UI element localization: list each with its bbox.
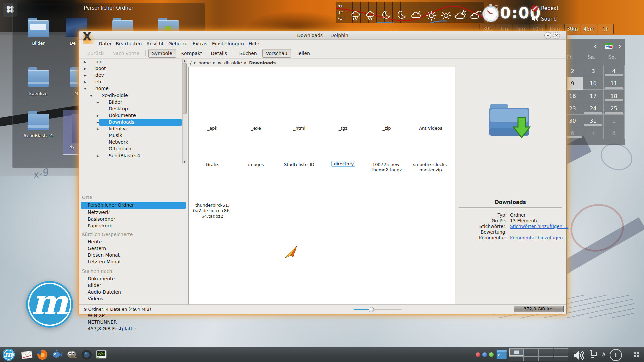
- place-diesen-monat[interactable]: Diesen Monat: [88, 252, 120, 258]
- quicklaunch-grid-icon[interactable]: [634, 352, 639, 357]
- place-persoenlicher-ordner[interactable]: Persönlicher Ordner: [88, 202, 134, 208]
- timer-preset-button[interactable]: 1h: [598, 24, 614, 34]
- file-item[interactable]: _html: [279, 126, 320, 131]
- desktop-cell-8[interactable]: [554, 356, 568, 361]
- calendar-day[interactable]: 18: [604, 90, 625, 102]
- timer-preset-button[interactable]: 30m: [564, 24, 580, 34]
- calendar-day[interactable]: 8: [604, 127, 625, 139]
- timer-preset-button[interactable]: 45m: [581, 24, 597, 34]
- menu-bearbeiten[interactable]: Bearbeiten: [113, 40, 144, 47]
- file-item[interactable]: thunderbird-51. 0a2.de.linux-x86_ 64.tar…: [192, 203, 233, 219]
- repeat-off-icon[interactable]: [531, 5, 538, 12]
- forward-button[interactable]: Nach vorne: [109, 49, 143, 57]
- search-videos[interactable]: Videos: [88, 296, 103, 301]
- sound-icon[interactable]: [531, 15, 538, 23]
- status-dot-blue-icon[interactable]: [482, 352, 487, 357]
- file-item[interactable]: smoothx-clocks- master.zip: [410, 162, 451, 173]
- file-item[interactable]: Ant Videos: [410, 126, 451, 131]
- window-titlebar[interactable]: Downloads — Dolphin ×: [79, 31, 566, 40]
- folder-icon[interactable]: [28, 20, 49, 37]
- scroll-down-icon[interactable]: ▼: [183, 160, 186, 163]
- weather-widget[interactable]: 3° 1° -1°: [336, 2, 484, 23]
- window-shade-button[interactable]: [544, 32, 551, 39]
- firefox-launcher-icon[interactable]: [36, 349, 48, 361]
- breadcrumb-user[interactable]: xc-dh-oldie: [218, 60, 242, 65]
- repeat-label[interactable]: Repeat: [541, 5, 559, 11]
- desktop-icon-label[interactable]: Bilder: [25, 41, 52, 46]
- details-view-button[interactable]: Details: [207, 49, 230, 57]
- expand-arrow-icon[interactable]: ▶: [97, 127, 99, 131]
- desktop-icon-label[interactable]: SendBlaster4: [19, 133, 57, 138]
- search-button[interactable]: Suchen: [236, 49, 260, 57]
- tree-item[interactable]: ▶bin: [79, 59, 187, 65]
- expand-arrow-icon[interactable]: ▶: [84, 60, 86, 64]
- place-basisordner[interactable]: Basisordner: [88, 216, 115, 222]
- file-item[interactable]: _exe: [235, 126, 276, 131]
- file-item-selected[interactable]: .directory: [323, 161, 364, 167]
- status-dot-red-icon[interactable]: [476, 352, 480, 357]
- system-monitor-launcher-icon[interactable]: [95, 349, 107, 361]
- expand-arrow-icon[interactable]: ▶: [97, 101, 99, 104]
- tree-item-downloads-selected[interactable]: ▶Downloads: [79, 119, 187, 126]
- konsole-tray-icon[interactable]: >_: [496, 349, 508, 361]
- calendar-day[interactable]: 1: [604, 115, 625, 127]
- tree-item[interactable]: ▶etc: [79, 79, 187, 85]
- desktop-cell-2[interactable]: [524, 348, 538, 356]
- calendar-next-icon[interactable]: ›: [618, 42, 621, 50]
- calendar-day[interactable]: 24: [583, 102, 604, 115]
- expand-arrow-icon[interactable]: ▶: [84, 67, 86, 70]
- file-item[interactable]: Städteliste_ID: [279, 162, 320, 167]
- file-item[interactable]: images: [235, 162, 276, 167]
- file-item[interactable]: Grafik: [192, 162, 233, 167]
- place-letzten-monat[interactable]: Letzten Monat: [88, 259, 121, 264]
- place-papierkorb[interactable]: Papierkorb: [88, 223, 112, 228]
- menu-ansicht[interactable]: Ansicht: [144, 40, 166, 47]
- zoom-slider[interactable]: [354, 309, 402, 310]
- compact-view-button[interactable]: Kompakt: [178, 49, 206, 57]
- volume-tray-icon[interactable]: [572, 349, 584, 361]
- tree-item[interactable]: Öffentlich: [79, 146, 187, 153]
- calendar-day[interactable]: 31: [583, 115, 604, 127]
- file-item[interactable]: _apk: [192, 126, 233, 131]
- calendar-day[interactable]: 7: [583, 127, 604, 139]
- place-netzwerk[interactable]: Netzwerk: [88, 209, 110, 215]
- calendar-day[interactable]: 11: [604, 77, 625, 90]
- calendar-day[interactable]: 10: [583, 77, 604, 90]
- file-item[interactable]: _tgz: [323, 126, 364, 131]
- collapse-arrow-icon[interactable]: ▼: [84, 87, 86, 90]
- scrollbar-thumb[interactable]: [183, 63, 187, 114]
- back-button[interactable]: Zurück: [84, 49, 107, 57]
- calendar-day[interactable]: 17: [583, 90, 604, 102]
- tree-item[interactable]: ▼xc-dh-oldie: [79, 92, 187, 99]
- window-close-button[interactable]: ×: [553, 32, 560, 39]
- breadcrumb-current[interactable]: Downloads: [249, 60, 276, 65]
- camera-lens-launcher-icon[interactable]: [80, 349, 93, 361]
- calendar-prev-icon[interactable]: ‹: [594, 42, 597, 50]
- notifications-tray-icon[interactable]: !: [610, 349, 622, 361]
- file-view[interactable]: _apk _exe _html _tgz _zip Ant Videos Gra…: [188, 67, 455, 307]
- desktop-icon-label[interactable]: kdenlive: [25, 91, 52, 96]
- place-gestern[interactable]: Gestern: [88, 246, 106, 251]
- calendar-day[interactable]: 25: [604, 102, 625, 115]
- gimp-launcher-icon[interactable]: [66, 349, 78, 361]
- expand-arrow-icon[interactable]: ▶: [97, 114, 99, 117]
- tray-expander-icon[interactable]: ∧: [601, 350, 606, 358]
- desktop-cell-6[interactable]: [524, 356, 538, 361]
- mail-launcher-icon[interactable]: [21, 349, 33, 361]
- desktop-cell-1[interactable]: [509, 348, 524, 356]
- breadcrumb-home[interactable]: home: [198, 60, 211, 65]
- add-comment-link[interactable]: Kommentar hinzufügen ...: [510, 235, 569, 240]
- desktop-cell-4[interactable]: [554, 348, 568, 356]
- calendar-day[interactable]: 4: [604, 65, 625, 77]
- place-heute[interactable]: Heute: [88, 239, 102, 244]
- device-festplatte[interactable]: 457,8 GiB Festplatte: [88, 326, 136, 331]
- desktop-cell-3[interactable]: [539, 348, 553, 356]
- expand-arrow-icon[interactable]: ▶: [97, 121, 99, 124]
- collapse-arrow-icon[interactable]: ▼: [90, 94, 92, 97]
- tree-item[interactable]: Musik: [79, 132, 187, 139]
- folder-icon[interactable]: [28, 70, 49, 87]
- sound-label[interactable]: Sound: [541, 16, 557, 22]
- tree-scrollbar[interactable]: ▲ ▼: [182, 59, 187, 164]
- menu-gehe-zu[interactable]: Gehe zu: [166, 40, 190, 47]
- tree-item[interactable]: Desktop: [79, 106, 187, 112]
